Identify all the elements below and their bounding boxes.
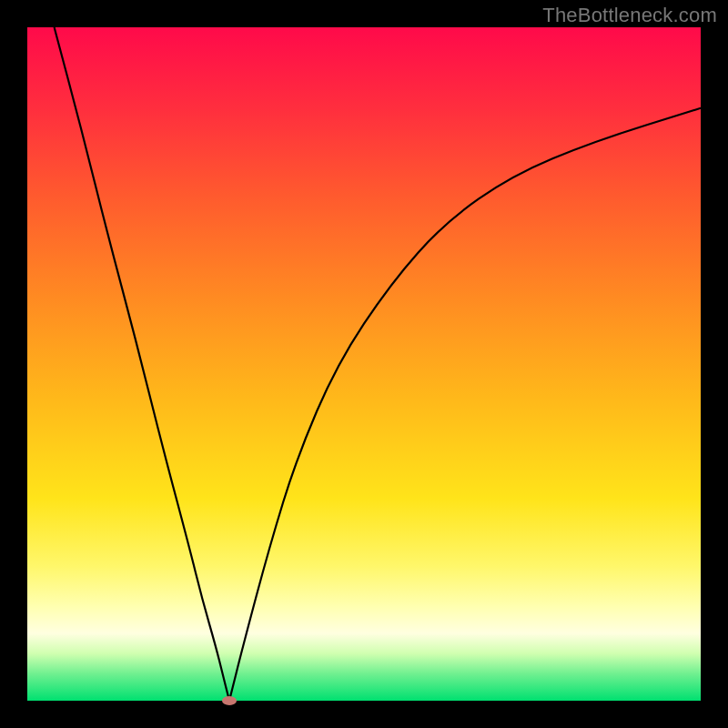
watermark-text: TheBottleneck.com bbox=[542, 4, 717, 27]
chart-frame: TheBottleneck.com bbox=[0, 0, 728, 728]
bottleneck-curve bbox=[27, 27, 701, 701]
minimum-marker bbox=[222, 696, 237, 705]
curve-path bbox=[55, 27, 701, 701]
plot-area bbox=[27, 27, 701, 701]
